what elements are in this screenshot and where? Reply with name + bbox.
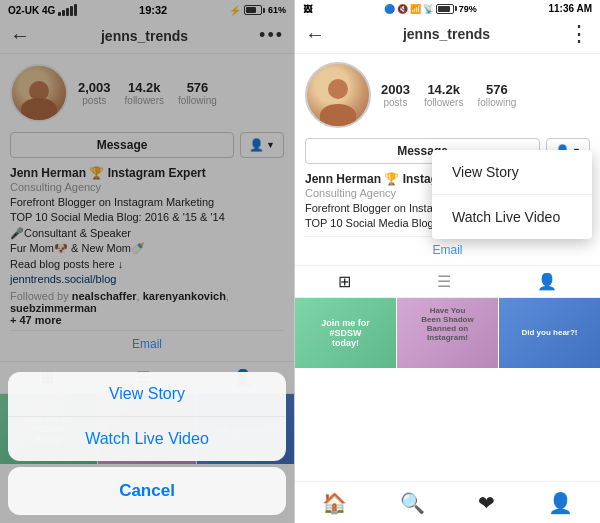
android-profile-username: jenns_trends — [403, 26, 490, 42]
android-nav-bar: ← jenns_trends ⋮ — [295, 15, 600, 54]
watch-live-video-option[interactable]: Watch Live Video — [8, 417, 286, 461]
android-grid-tab-grid[interactable]: ⊞ — [338, 272, 351, 291]
android-profile-stats: 2003 posts 14.2k followers 576 following — [381, 82, 590, 108]
android-panel: 🖼 🔵 🔇 📶 📡 79% 11:36 AM ← jenns_trends ⋮ — [295, 0, 600, 523]
android-bluetooth-icon: 🔵 — [384, 4, 395, 14]
android-email-button[interactable]: Email — [305, 236, 590, 261]
android-stat-following: 576 following — [477, 82, 516, 108]
cancel-button[interactable]: Cancel — [8, 467, 286, 515]
android-stat-posts: 2003 posts — [381, 82, 410, 108]
android-back-button[interactable]: ← — [305, 23, 325, 46]
android-more-button[interactable]: ⋮ — [568, 21, 590, 47]
android-sound-icon: 🔇 — [397, 4, 408, 14]
android-status-bar: 🖼 🔵 🔇 📶 📡 79% 11:36 AM — [295, 0, 600, 15]
android-grid-tab-tagged[interactable]: 👤 — [537, 272, 557, 291]
android-bottom-nav: 🏠 🔍 ❤ 👤 — [295, 481, 600, 523]
action-sheet-group: View Story Watch Live Video — [8, 372, 286, 461]
android-dropdown-popup: View Story Watch Live Video — [432, 150, 592, 239]
android-heart-icon[interactable]: ❤ — [478, 491, 495, 515]
android-thumb-1[interactable]: Join me for#SDSWtoday! — [295, 298, 396, 368]
android-search-icon[interactable]: 🔍 — [400, 491, 425, 515]
android-signal-icon: 📶 — [410, 4, 421, 14]
android-watch-live-video-option[interactable]: Watch Live Video — [432, 195, 592, 239]
android-battery-icon — [436, 4, 457, 14]
android-thumb-2[interactable]: Have YouBeen ShadowBanned onInstagram! — [397, 298, 498, 368]
action-sheet: View Story Watch Live Video Cancel — [0, 372, 294, 523]
android-photo-icon: 🖼 — [303, 4, 312, 14]
android-photo-grid: Join me for#SDSWtoday! Have YouBeen Shad… — [295, 298, 600, 368]
android-view-story-option[interactable]: View Story — [432, 150, 592, 195]
android-grid-tab-list[interactable]: ☰ — [437, 272, 451, 291]
android-stat-followers: 14.2k followers — [424, 82, 463, 108]
action-sheet-cancel-group: Cancel — [8, 467, 286, 515]
android-thumb-3[interactable]: Did you hear?! — [499, 298, 600, 368]
android-wifi-icon: 📡 — [423, 4, 434, 14]
ios-panel: O2-UK 4G 19:32 ⚡ 61% ← jenns_trends ••• — [0, 0, 295, 523]
view-story-option[interactable]: View Story — [8, 372, 286, 417]
android-profile-icon[interactable]: 👤 — [548, 491, 573, 515]
android-time: 11:36 AM — [548, 3, 592, 14]
android-battery-pct: 79% — [459, 4, 477, 14]
android-grid-tabs: ⊞ ☰ 👤 — [295, 265, 600, 298]
android-avatar — [305, 62, 371, 128]
android-home-icon[interactable]: 🏠 — [322, 491, 347, 515]
